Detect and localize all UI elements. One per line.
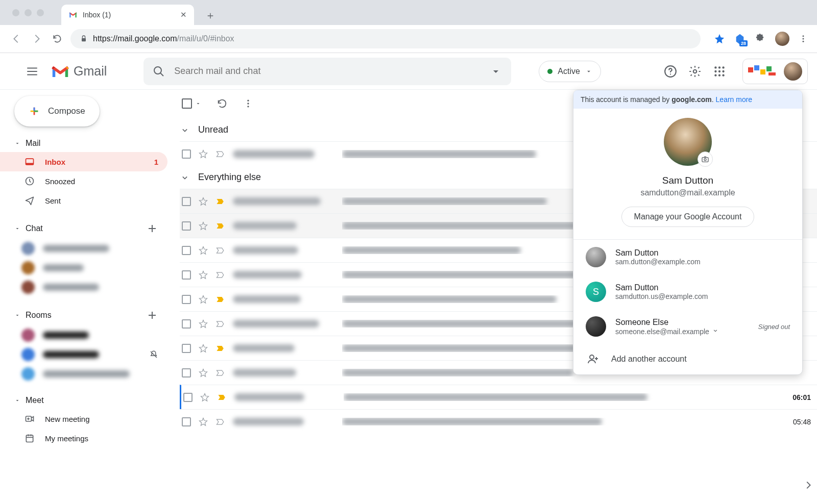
importance-marker-icon[interactable] bbox=[215, 149, 226, 159]
star-icon[interactable] bbox=[198, 245, 208, 256]
importance-marker-icon[interactable] bbox=[215, 221, 226, 231]
account-switcher-item[interactable]: SSam Duttonsamdutton.us@example.com bbox=[573, 274, 802, 309]
select-dropdown-icon[interactable] bbox=[195, 100, 201, 107]
star-icon[interactable] bbox=[198, 417, 208, 427]
chat-contact[interactable] bbox=[0, 239, 167, 258]
status-chip[interactable]: Active bbox=[539, 61, 601, 82]
importance-marker-icon[interactable] bbox=[215, 343, 226, 354]
star-icon[interactable] bbox=[198, 368, 208, 378]
search-box[interactable] bbox=[143, 58, 511, 85]
workspace-switcher[interactable] bbox=[742, 59, 808, 84]
room-item[interactable] bbox=[0, 364, 167, 384]
star-icon[interactable] bbox=[198, 149, 208, 159]
svg-point-4 bbox=[154, 67, 161, 74]
forward-button[interactable] bbox=[30, 32, 44, 46]
account-switcher-item[interactable]: Someone Elsesomeone.else@mail.example Si… bbox=[573, 309, 802, 344]
row-checkbox[interactable] bbox=[183, 393, 193, 402]
learn-more-link[interactable]: Learn more bbox=[716, 95, 753, 104]
account-avatar[interactable] bbox=[784, 62, 802, 81]
sidebar-item-inbox[interactable]: Inbox 1 bbox=[0, 152, 167, 171]
meet-section-header[interactable]: Meet bbox=[0, 384, 167, 409]
importance-marker-icon[interactable] bbox=[215, 196, 226, 207]
help-icon[interactable] bbox=[664, 65, 677, 78]
gmail-logo[interactable]: Gmail bbox=[51, 64, 107, 79]
search-options-icon[interactable] bbox=[490, 65, 502, 78]
account-switcher-item[interactable]: Sam Duttonsam.dutton@example.com bbox=[573, 240, 802, 274]
svg-rect-19 bbox=[766, 66, 772, 71]
account-item-avatar bbox=[586, 316, 606, 337]
room-item[interactable] bbox=[0, 325, 167, 345]
mail-row[interactable]: 05:48 bbox=[180, 409, 817, 434]
row-checkbox[interactable] bbox=[182, 319, 191, 329]
star-icon[interactable] bbox=[198, 196, 208, 207]
extensions-icon[interactable] bbox=[755, 33, 766, 44]
window-controls[interactable] bbox=[12, 9, 44, 16]
importance-marker-icon[interactable] bbox=[215, 270, 226, 280]
sidebar-item-my-meetings[interactable]: My meetings bbox=[0, 429, 167, 448]
account-item-avatar bbox=[586, 247, 606, 267]
browser-profile-avatar[interactable] bbox=[775, 32, 789, 46]
mail-section-header[interactable]: Mail bbox=[0, 127, 167, 152]
row-checkbox[interactable] bbox=[182, 197, 191, 206]
bookmark-star-icon[interactable] bbox=[714, 33, 725, 44]
extension-icon[interactable]: 28 bbox=[734, 33, 746, 44]
row-checkbox[interactable] bbox=[182, 417, 191, 426]
new-tab-button[interactable] bbox=[205, 11, 215, 21]
apps-grid-icon[interactable] bbox=[713, 65, 726, 78]
chat-contact[interactable] bbox=[0, 258, 167, 278]
importance-marker-icon[interactable] bbox=[215, 319, 226, 329]
sidebar-item-new-meeting[interactable]: New meeting bbox=[0, 409, 167, 429]
address-bar[interactable]: https://mail.google.com/mail/u/0/#inbox bbox=[70, 29, 701, 48]
importance-marker-icon[interactable] bbox=[215, 417, 226, 427]
star-icon[interactable] bbox=[198, 319, 208, 329]
search-input[interactable] bbox=[174, 66, 480, 77]
browser-tab[interactable]: Inbox (1) ✕ bbox=[61, 5, 194, 25]
star-icon[interactable] bbox=[198, 270, 208, 280]
reload-button[interactable] bbox=[50, 32, 64, 46]
row-checkbox[interactable] bbox=[182, 270, 191, 280]
url-host: https://mail.google.com bbox=[93, 34, 177, 43]
star-icon[interactable] bbox=[198, 221, 208, 231]
row-checkbox[interactable] bbox=[182, 344, 191, 353]
select-all-checkbox[interactable] bbox=[182, 98, 192, 109]
mail-row[interactable]: 06:01 bbox=[180, 385, 817, 409]
svg-rect-20 bbox=[768, 72, 776, 75]
change-photo-button[interactable] bbox=[698, 152, 713, 167]
add-account-button[interactable]: Add another account bbox=[573, 344, 802, 374]
back-button[interactable] bbox=[9, 32, 23, 46]
chat-section-header[interactable]: Chat bbox=[0, 210, 167, 239]
new-room-button[interactable] bbox=[146, 309, 158, 321]
manage-account-button[interactable]: Manage your Google Account bbox=[621, 207, 755, 227]
sidebar-item-sent[interactable]: Sent bbox=[0, 191, 167, 210]
chat-contact[interactable] bbox=[0, 278, 167, 297]
new-chat-button[interactable] bbox=[146, 222, 158, 235]
room-item[interactable] bbox=[0, 345, 167, 364]
sidebar-item-snoozed[interactable]: Snoozed bbox=[0, 171, 167, 191]
tab-close-icon[interactable]: ✕ bbox=[180, 10, 187, 19]
star-icon[interactable] bbox=[198, 343, 208, 354]
star-icon[interactable] bbox=[198, 294, 208, 305]
send-icon bbox=[25, 195, 35, 206]
inbox-icon bbox=[25, 157, 35, 167]
svg-rect-29 bbox=[702, 158, 708, 162]
importance-marker-icon[interactable] bbox=[215, 294, 226, 305]
star-icon[interactable] bbox=[200, 392, 210, 402]
side-panel-expand-button[interactable] bbox=[803, 480, 814, 491]
refresh-button[interactable] bbox=[217, 98, 228, 109]
compose-button[interactable]: Compose bbox=[14, 96, 100, 127]
settings-icon[interactable] bbox=[688, 65, 702, 78]
main-menu-button[interactable] bbox=[26, 65, 39, 78]
svg-point-15 bbox=[722, 74, 724, 76]
importance-marker-icon[interactable] bbox=[215, 245, 226, 256]
browser-menu-icon[interactable] bbox=[799, 34, 808, 43]
rooms-section-header[interactable]: Rooms bbox=[0, 297, 167, 325]
row-checkbox[interactable] bbox=[182, 295, 191, 304]
more-menu-icon[interactable] bbox=[243, 98, 253, 109]
importance-marker-icon[interactable] bbox=[215, 368, 226, 378]
row-checkbox[interactable] bbox=[182, 246, 191, 255]
row-checkbox[interactable] bbox=[182, 149, 191, 159]
row-checkbox[interactable] bbox=[182, 368, 191, 377]
account-item-name: Sam Dutton bbox=[615, 283, 708, 292]
importance-marker-icon[interactable] bbox=[217, 392, 227, 402]
row-checkbox[interactable] bbox=[182, 221, 191, 231]
